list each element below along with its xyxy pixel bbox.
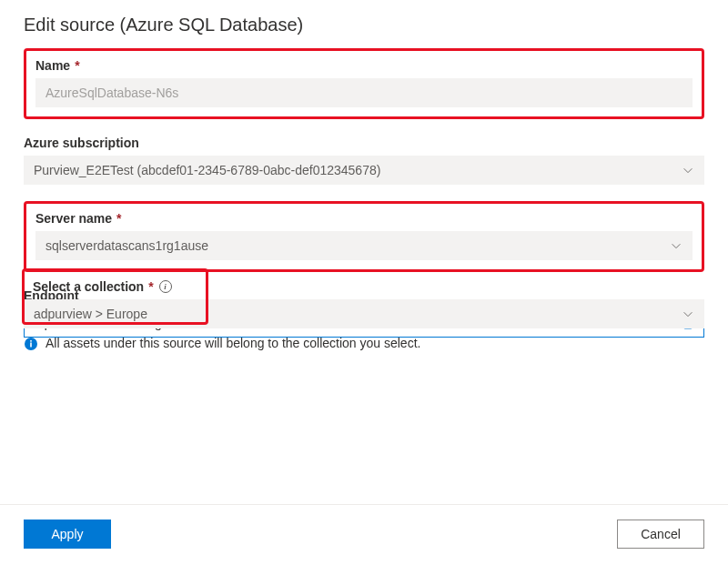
name-label-text: Name bbox=[35, 58, 70, 73]
required-asterisk: * bbox=[75, 58, 79, 73]
collection-field-v2: Select a collection* i adpurview > Europ… bbox=[24, 272, 704, 351]
apply-button[interactable]: Apply bbox=[24, 520, 111, 549]
name-field-highlight: Name* AzureSqlDatabase-N6s bbox=[24, 48, 704, 119]
required-asterisk: * bbox=[116, 211, 121, 226]
name-input[interactable]: AzureSqlDatabase-N6s bbox=[35, 78, 693, 107]
server-label-text: Server name bbox=[35, 211, 112, 226]
subscription-value: Purview_E2ETest (abcdef01-2345-6789-0abc… bbox=[34, 163, 682, 177]
svg-rect-5 bbox=[30, 343, 32, 348]
subscription-label-text: Azure subscription bbox=[24, 136, 139, 150]
svg-rect-6 bbox=[30, 340, 32, 342]
name-label: Name* bbox=[35, 58, 693, 73]
server-select[interactable]: sqlserverdatascans1rg1ause bbox=[35, 231, 693, 260]
collection-dropdown-value: adpurview > Europe bbox=[34, 307, 682, 321]
collection-dropdown[interactable]: adpurview > Europe bbox=[24, 299, 704, 328]
info-blue-icon bbox=[24, 337, 38, 351]
collection-label-v2: Select a collection* i bbox=[24, 272, 181, 294]
page-title: Edit source (Azure SQL Database) bbox=[24, 15, 704, 35]
collection-label-text-v2: Select a collection bbox=[33, 279, 144, 294]
server-value: sqlserverdatascans1rg1ause bbox=[46, 238, 670, 253]
collection-info-row-v2: All assets under this source will belong… bbox=[24, 336, 704, 351]
subscription-select[interactable]: Purview_E2ETest (abcdef01-2345-6789-0abc… bbox=[24, 156, 704, 185]
required-asterisk: * bbox=[148, 279, 153, 294]
subscription-label: Azure subscription bbox=[24, 136, 704, 150]
collection-info-text-v2: All assets under this source will belong… bbox=[46, 336, 420, 350]
server-field-highlight: Server name* sqlserverdatascans1rg1ause bbox=[24, 201, 704, 272]
subscription-field: Azure subscription Purview_E2ETest (abcd… bbox=[24, 136, 704, 185]
cancel-button[interactable]: Cancel bbox=[617, 520, 704, 549]
info-icon[interactable]: i bbox=[159, 280, 172, 293]
server-label: Server name* bbox=[35, 211, 693, 226]
chevron-down-icon bbox=[682, 164, 694, 177]
chevron-down-icon bbox=[670, 239, 682, 252]
button-bar: Apply Cancel bbox=[0, 504, 728, 549]
name-value: AzureSqlDatabase-N6s bbox=[46, 86, 682, 100]
chevron-down-icon bbox=[682, 308, 694, 320]
